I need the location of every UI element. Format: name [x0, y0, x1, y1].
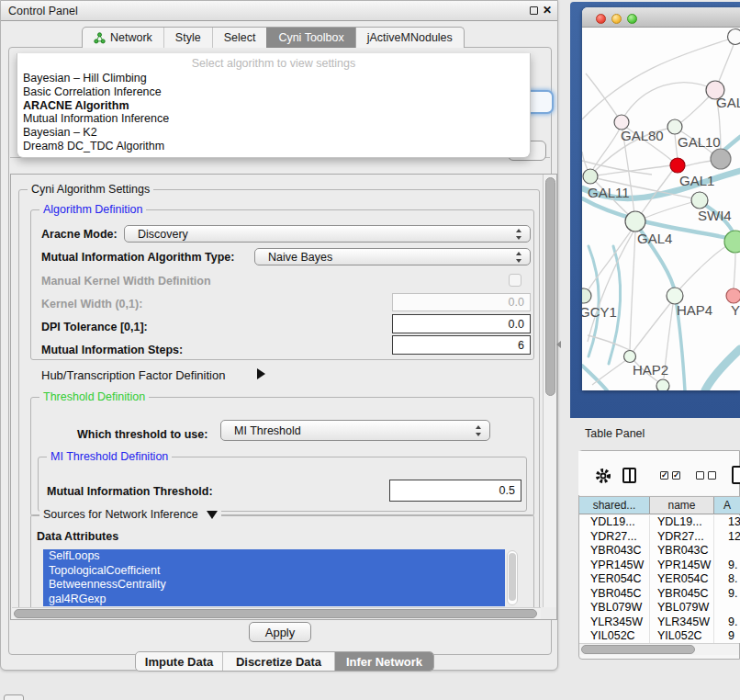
network-node-gal1[interactable] — [670, 158, 685, 173]
dropdown-item-list: Bayesian – Hill ClimbingBasic Correlatio… — [21, 72, 526, 153]
table-row[interactable]: YBR045CYBR045C9. — [579, 587, 740, 602]
mac-minimize-button[interactable] — [611, 14, 622, 24]
table-row[interactable]: YIL052CYIL052C9 — [579, 629, 740, 643]
settings-vertical-scrollbar[interactable] — [543, 175, 556, 607]
dropdown-item-bayesian-hill-climbing[interactable]: Bayesian – Hill Climbing — [21, 72, 526, 85]
tab-select[interactable]: Select — [212, 28, 267, 48]
mi-threshold-field[interactable]: 0.5 — [389, 480, 521, 502]
column-header-name[interactable]: name — [650, 497, 714, 514]
table-row[interactable]: YPR145WYPR145W9. — [579, 559, 740, 573]
field-value: 0.5 — [499, 484, 515, 497]
table-cell: 9 — [714, 629, 740, 643]
tab-style[interactable]: Style — [163, 28, 212, 48]
which-threshold-combobox[interactable]: MI Threshold — [220, 420, 490, 441]
dropdown-item-mutual-information-inference[interactable]: Mutual Information Inference — [21, 112, 526, 126]
checked-checkbox-icon[interactable] — [672, 471, 680, 480]
tab-jactivemnodules[interactable]: jActiveMNodules — [355, 28, 464, 48]
group-title: MI Threshold Definition — [47, 450, 172, 463]
network-icon — [94, 32, 106, 44]
table-row[interactable]: YER054CYER054C8. — [579, 572, 740, 587]
dropdown-item-bayesian-k2[interactable]: Bayesian – K2 — [21, 126, 526, 140]
group-title: Algorithm Definition — [39, 203, 146, 216]
network-node-hap2[interactable] — [624, 351, 636, 363]
tab-infer-network[interactable]: Infer Network — [334, 652, 433, 671]
table-cell: YBR045C — [650, 587, 714, 602]
network-node-gal11[interactable] — [583, 169, 598, 184]
scrollbar-thumb[interactable] — [545, 177, 555, 396]
attribute-item-selfloops[interactable]: SelfLoops — [43, 549, 505, 564]
table-row[interactable]: YLR345WYLR345W9. — [579, 615, 740, 630]
attribute-item-gal4rgexp[interactable]: gal4RGexp — [43, 593, 505, 607]
dropdown-item-aracne-algorithm[interactable]: ARACNE Algorithm — [21, 99, 526, 113]
table-cell: YDR27... — [650, 530, 714, 545]
scrollbar-thumb[interactable] — [14, 609, 537, 618]
table-cell: YBL079W — [650, 601, 714, 615]
mac-zoom-button[interactable] — [627, 14, 637, 24]
float-window-icon[interactable] — [530, 6, 538, 15]
attribute-item-betweennesscentrality[interactable]: BetweennessCentrality — [43, 578, 505, 593]
scrollbar-thumb[interactable] — [509, 553, 516, 601]
tab-network[interactable]: Network — [83, 28, 163, 48]
table-cell: YBR043C — [579, 544, 650, 559]
network-node[interactable] — [728, 29, 740, 45]
table-cell: YER054C — [579, 572, 650, 587]
network-node[interactable] — [724, 231, 740, 253]
unchecked-checkbox-icon[interactable] — [708, 471, 716, 480]
settings-horizontal-scrollbar[interactable] — [12, 607, 541, 619]
table-cell: YLR345W — [579, 615, 650, 630]
mi-steps-label: Mutual Information Steps: — [41, 344, 183, 356]
expand-right-icon[interactable] — [257, 368, 265, 379]
column-header-a[interactable]: A — [714, 497, 740, 514]
table-row[interactable]: YBL079WYBL079W — [579, 601, 740, 615]
tab-cyni-toolbox[interactable]: Cyni Toolbox — [266, 28, 354, 48]
mac-close-button[interactable] — [596, 14, 606, 24]
table-cell: YPR145W — [579, 559, 650, 573]
document-icon[interactable] — [732, 466, 740, 484]
panel-divider-handle[interactable] — [556, 341, 561, 348]
close-icon[interactable] — [543, 4, 554, 18]
table-row[interactable]: YDR27...YDR27...12 — [579, 530, 740, 545]
network-node-y[interactable] — [726, 288, 740, 303]
scrollbar-thumb[interactable] — [581, 645, 695, 654]
attribute-list-scrollbar[interactable] — [507, 550, 518, 605]
tab-discretize-data[interactable]: Discretize Data — [222, 652, 334, 671]
data-attributes-list[interactable]: SelfLoopsTopologicalCoefficientBetweenne… — [43, 549, 505, 606]
split-table-icon[interactable] — [622, 468, 636, 483]
table-cell: YLR345W — [650, 615, 714, 630]
table-horizontal-scrollbar[interactable] — [579, 643, 739, 655]
aracne-mode-combobox[interactable]: Discovery — [124, 225, 531, 243]
table-row[interactable]: YBR043CYBR043C — [579, 544, 740, 559]
mi-steps-field[interactable]: 6 — [392, 335, 531, 355]
mi-type-combobox[interactable]: Naive Bayes — [254, 248, 531, 265]
table-cell: 9. — [714, 587, 740, 602]
network-node[interactable] — [711, 149, 731, 169]
table-cell: YDL19... — [579, 515, 650, 530]
algorithm-dropdown-popup: Select algorithm to view settings Bayesi… — [17, 53, 531, 158]
tab-impute-data[interactable]: Impute Data — [136, 652, 222, 671]
node-label: GAL10 — [678, 134, 721, 150]
manual-kernel-checkbox[interactable] — [509, 274, 521, 287]
collapsed-panel-icon[interactable] — [4, 694, 24, 700]
unchecked-checkbox-icon[interactable] — [696, 471, 704, 480]
table-row[interactable]: YDL19...YDL19...13 — [579, 515, 740, 530]
dropdown-item-basic-correlation-inference[interactable]: Basic Correlation Inference — [21, 85, 526, 99]
column-header-shared[interactable]: shared... — [579, 497, 650, 514]
network-window-titlebar[interactable] — [582, 7, 740, 28]
network-node-gal10[interactable] — [667, 119, 682, 134]
network-node-gcy1[interactable] — [582, 288, 591, 303]
checked-checkbox-icon[interactable] — [660, 471, 668, 480]
table-cell: 8. — [714, 572, 740, 587]
collapse-down-icon[interactable] — [207, 511, 218, 519]
network-node[interactable] — [656, 379, 669, 390]
control-panel-titlebar: Control Panel — [1, 1, 557, 21]
apply-button[interactable]: Apply — [249, 622, 311, 642]
network-node-swi4[interactable] — [691, 192, 708, 209]
kernel-width-field[interactable]: 0.0 — [392, 293, 531, 311]
network-canvas[interactable]: GALGAL80GAL10GAL1GAL11SWI4GAL4GCY1HAP4YH… — [582, 28, 740, 390]
network-node-gal4[interactable] — [625, 211, 645, 231]
dpi-tolerance-field[interactable]: 0.0 — [392, 314, 531, 333]
dropdown-item-dream8-dc-tdc-algorithm[interactable]: Dream8 DC_TDC Algorithm — [21, 140, 526, 153]
network-teal-edges[interactable] — [582, 137, 740, 390]
attribute-item-topologicalcoefficient[interactable]: TopologicalCoefficient — [43, 564, 505, 579]
gear-icon[interactable] — [595, 468, 611, 484]
